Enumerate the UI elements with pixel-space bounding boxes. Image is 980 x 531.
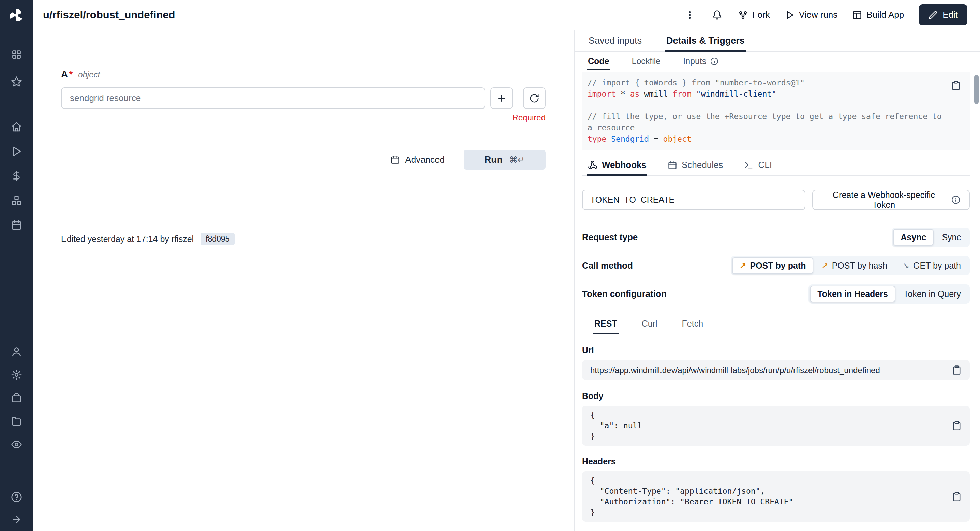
calendar-icon xyxy=(390,155,400,164)
expand-arrow-icon[interactable] xyxy=(9,512,24,527)
request-type-toggle: Async Sync xyxy=(892,228,970,247)
code-viewer: // import { toWords } from "number-to-wo… xyxy=(582,72,970,150)
create-token-label: Create a Webhook-specific Token xyxy=(822,190,946,210)
clipboard-icon xyxy=(952,421,962,431)
apps-icon[interactable] xyxy=(9,47,24,62)
code-lines: // import { toWords } from "number-to-wo… xyxy=(587,77,945,145)
favorites-star-icon[interactable] xyxy=(9,74,24,89)
call-method-get-by-path[interactable]: ↘ GET by path xyxy=(896,257,969,274)
token-in-query[interactable]: Token in Query xyxy=(896,285,969,302)
headers-box: { "Content-Type": "application/json", "A… xyxy=(582,471,970,522)
token-row: Create a Webhook-specific Token xyxy=(582,190,970,210)
copy-url-button[interactable] xyxy=(952,365,962,375)
run-button[interactable]: Run ⌘↵ xyxy=(464,150,546,170)
post-by-hash-label: POST by hash xyxy=(832,261,887,271)
user-icon[interactable] xyxy=(9,344,24,359)
add-resource-button[interactable] xyxy=(490,88,513,109)
advanced-label: Advanced xyxy=(405,155,445,165)
script-args-form: A* object Required xyxy=(61,69,546,246)
sidebar-group-bottom xyxy=(9,490,24,527)
arrow-up-right-icon: ↗ xyxy=(821,262,828,269)
tab-fetch[interactable]: Fetch xyxy=(681,316,705,335)
calendar-icon xyxy=(668,160,677,170)
folders-icon[interactable] xyxy=(9,414,24,429)
edited-row: Edited yesterday at 17:14 by rfiszel f8d… xyxy=(61,233,546,246)
copy-headers-button[interactable] xyxy=(952,492,962,502)
tab-lockfile[interactable]: Lockfile xyxy=(631,51,662,70)
windmill-logo[interactable] xyxy=(0,0,33,30)
build-app-button[interactable]: Build App xyxy=(853,10,904,20)
token-config-row: Token configuration Token in Headers Tok… xyxy=(582,284,970,304)
refresh-button[interactable] xyxy=(523,88,546,109)
topbar-actions: Fork View runs Build App Edit xyxy=(684,5,967,25)
refresh-icon xyxy=(529,93,539,104)
run-form-area: A* object Required xyxy=(33,30,574,531)
notifications-button[interactable] xyxy=(711,9,723,21)
fork-button[interactable]: Fork xyxy=(738,10,770,20)
audit-eye-icon[interactable] xyxy=(9,437,24,452)
required-star: * xyxy=(69,69,73,80)
required-text: Required xyxy=(61,113,546,123)
view-runs-label: View runs xyxy=(799,10,838,20)
tab-curl[interactable]: Curl xyxy=(640,316,659,335)
tab-details-triggers[interactable]: Details & Triggers xyxy=(665,30,746,51)
more-menu-button[interactable] xyxy=(684,9,696,21)
post-by-path-label: POST by path xyxy=(750,261,806,271)
tab-rest[interactable]: REST xyxy=(593,316,619,335)
play-icon xyxy=(785,10,794,20)
token-config-label: Token configuration xyxy=(582,289,667,299)
arrow-down-right-icon: ↘ xyxy=(903,262,909,269)
call-method-post-by-path[interactable]: ↗ POST by path xyxy=(732,257,813,274)
layout-grid-icon xyxy=(853,10,862,20)
trigger-tabs: Webhooks Schedules CLI xyxy=(582,156,970,176)
run-shortcut: ⌘↵ xyxy=(509,155,525,165)
bell-icon xyxy=(712,10,722,20)
token-in-headers[interactable]: Token in Headers xyxy=(810,285,896,302)
webhook-icon xyxy=(588,160,597,170)
kebab-icon xyxy=(685,10,695,20)
call-method-post-by-hash[interactable]: ↗ POST by hash xyxy=(814,257,894,274)
edit-button[interactable]: Edit xyxy=(919,5,967,25)
content-area: A* object Required xyxy=(33,30,980,531)
create-webhook-token-button[interactable]: Create a Webhook-specific Token xyxy=(812,190,970,210)
resources-boxes-icon[interactable] xyxy=(9,193,24,208)
clipboard-icon xyxy=(952,365,962,375)
token-input[interactable] xyxy=(582,190,805,210)
tab-saved-inputs[interactable]: Saved inputs xyxy=(587,30,643,51)
token-config-toggle: Token in Headers Token in Query xyxy=(808,284,970,304)
fork-icon xyxy=(738,10,748,20)
sidebar-group-main xyxy=(9,119,24,233)
tab-webhooks[interactable]: Webhooks xyxy=(587,156,647,176)
scrollbar[interactable] xyxy=(974,75,978,104)
workers-briefcase-icon[interactable] xyxy=(9,391,24,405)
schedules-label: Schedules xyxy=(682,160,723,170)
version-hash-badge[interactable]: f8d095 xyxy=(200,233,235,246)
home-icon[interactable] xyxy=(9,119,24,134)
call-method-row: Call method ↗ POST by path ↗ POST by has… xyxy=(582,256,970,275)
body-box: { "a": null } xyxy=(582,406,970,446)
app-root: u/rfiszel/robust_undefined Fork View run… xyxy=(0,0,980,531)
resource-input[interactable] xyxy=(61,88,485,109)
advanced-button[interactable]: Advanced xyxy=(390,155,445,165)
code-tabs: Code Lockfile Inputs xyxy=(582,51,970,70)
runs-play-icon[interactable] xyxy=(9,144,24,159)
variables-dollar-icon[interactable] xyxy=(9,168,24,183)
tab-schedules[interactable]: Schedules xyxy=(667,156,724,176)
view-runs-button[interactable]: View runs xyxy=(785,10,838,20)
tab-code[interactable]: Code xyxy=(587,51,610,70)
help-icon[interactable] xyxy=(9,490,24,504)
plus-icon xyxy=(496,93,507,104)
copy-body-button[interactable] xyxy=(952,421,962,431)
schedules-calendar-icon[interactable] xyxy=(9,217,24,233)
request-type-sync[interactable]: Sync xyxy=(934,229,969,246)
field-label-row: A* object xyxy=(61,69,546,80)
copy-code-button[interactable] xyxy=(951,81,961,91)
settings-gear-icon[interactable] xyxy=(9,367,24,382)
main-column: u/rfiszel/robust_undefined Fork View run… xyxy=(33,0,980,531)
tab-inputs[interactable]: Inputs xyxy=(682,51,719,70)
field-type: object xyxy=(78,70,100,80)
resource-input-row xyxy=(61,88,546,109)
request-type-async[interactable]: Async xyxy=(893,229,934,246)
pencil-icon xyxy=(929,11,937,19)
tab-cli[interactable]: CLI xyxy=(743,156,772,176)
